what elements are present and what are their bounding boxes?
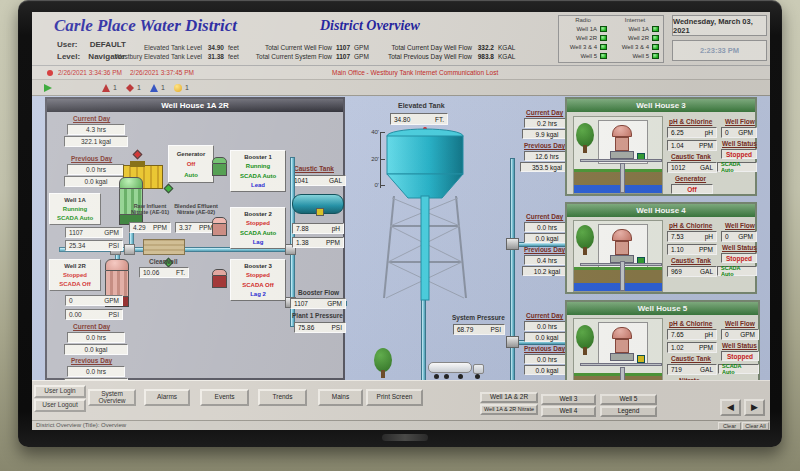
print-screen-button[interactable]: Print Screen <box>366 389 423 406</box>
well-1a-2r-nitrate-button[interactable]: Well 1A & 2R Nitrate <box>480 404 538 415</box>
previous-day-hours: 0.0 hrs <box>67 164 125 175</box>
wh5-previous-day-hours: 0.0 hrs <box>524 354 570 364</box>
prev-page-arrow-button[interactable]: ◀ <box>720 399 741 416</box>
radio-well-label: Well 1A <box>576 26 597 32</box>
day-total-value: 332.2 <box>472 44 494 51</box>
elevated-tank-label: Elevated Tank <box>398 102 445 109</box>
flow-unit: GPM <box>354 44 369 51</box>
well-2r-status: Stopped <box>50 272 100 278</box>
event-icon[interactable] <box>150 84 158 92</box>
clear-all-button[interactable]: Clear All <box>742 422 769 430</box>
well-4-button[interactable]: Well 4 <box>541 406 596 417</box>
water-tower-graphic <box>380 126 470 306</box>
warning-icon[interactable] <box>174 84 182 92</box>
mains-button[interactable]: Mains <box>318 389 363 406</box>
wh5-caustic-unit: GAL <box>700 366 713 373</box>
wh4-ph-chlorine-label: pH & Chlorine <box>669 222 712 229</box>
alarm-active-icon[interactable] <box>126 84 134 92</box>
wh4-well-status: Stopped <box>721 253 757 263</box>
trends-button[interactable]: Trends <box>258 389 307 406</box>
booster3-status-box[interactable]: Booster 3 Stopped SCADA Off Lag 2 <box>230 259 286 301</box>
alarm-banner[interactable]: 2/26/2021 3:34:36 PM 2/26/2021 3:37:45 P… <box>32 66 770 80</box>
booster1-status-box[interactable]: Booster 1 Running SCADA Auto Lead <box>230 150 286 192</box>
radio-well-label: Well 2R <box>576 35 597 41</box>
wh4-caustic-gal: 969 <box>671 268 682 275</box>
warning-count: 1 <box>185 84 189 91</box>
internet-status-led <box>652 53 659 59</box>
well-2r-gpm-unit: GPM <box>104 297 119 304</box>
well-1a-2r-button[interactable]: Well 1A & 2R <box>480 392 538 403</box>
well-1a-status-box[interactable]: Well 1A Running SCADA Auto <box>49 193 101 225</box>
well-1a-pump-graphic <box>119 177 143 225</box>
wellhouse-3-title: Well House 3 <box>567 99 755 112</box>
radio-status-led <box>600 26 607 32</box>
tank-level-label: Elevated Tank Level <box>94 44 202 51</box>
booster1-mode: SCADA Auto <box>231 173 285 179</box>
wh3-well-flow-label: Well Flow <box>725 118 755 125</box>
plant1-pressure-value: 75.86 PSI <box>294 322 346 333</box>
events-button[interactable]: Events <box>200 389 249 406</box>
flow-label: Total Current Well Flow <box>244 44 332 51</box>
wh4-current-day-kgal: 0.0 kgal <box>524 233 570 243</box>
alarm-dot-icon <box>47 70 53 76</box>
system-overview-button[interactable]: System Overview <box>88 389 136 406</box>
well-3-button[interactable]: Well 3 <box>541 394 596 405</box>
booster2-status-box[interactable]: Booster 2 Stopped SCADA Auto Lag <box>230 207 286 249</box>
wh3-caustic-unit: GAL <box>700 164 713 171</box>
alarm-unacked-icon[interactable] <box>102 84 110 92</box>
wh5-caustic-label: Caustic Tank <box>671 355 711 362</box>
wellhouse-4-panel[interactable]: Well House 4 pH & Chlorine 7.53 pH 1.10 <box>565 202 757 294</box>
elevated-tank-level: 34.80 FT. <box>390 113 448 125</box>
next-page-arrow-button[interactable]: ▶ <box>744 399 765 416</box>
well-1a-name: Well 1A <box>50 197 100 203</box>
tank-level-label: Westbury Elevated Tank Level <box>94 53 202 60</box>
wh3-generator-status: Off <box>671 184 713 194</box>
radio-well-label: Well 5 <box>580 53 597 59</box>
user-login-button[interactable]: User Login <box>34 385 86 398</box>
internet-status-led <box>652 35 659 41</box>
well-1a-flow: 1107 GPM <box>65 227 123 238</box>
alarms-button[interactable]: Alarms <box>144 389 190 406</box>
user-logout-button[interactable]: User Logout <box>34 399 86 412</box>
tank-level-unit: feet <box>228 53 239 60</box>
well-2r-status-box[interactable]: Well 2R Stopped SCADA Off <box>49 259 101 291</box>
booster2-pump-graphic <box>212 217 227 236</box>
event-count: 1 <box>161 84 165 91</box>
current-day-label: Current Day <box>73 115 110 122</box>
chlorine-unit: PPM <box>326 239 340 246</box>
booster3-role: Lag 2 <box>231 291 285 297</box>
scale-mark: 40' <box>369 129 379 135</box>
caustic-gal: 1041 <box>294 177 308 184</box>
page-title: District Overview <box>320 18 420 34</box>
ph-number: 7.88 <box>296 225 309 232</box>
raw-nitrate-ppm: 4.29 <box>133 224 146 231</box>
wh4-cl: 1.10 <box>671 246 684 253</box>
legend-button[interactable]: Legend <box>600 406 657 417</box>
status-bar: District Overview (Title): Overview Clea… <box>32 420 770 430</box>
pipe-fitting <box>506 336 519 348</box>
clear-button[interactable]: Clear <box>718 422 741 430</box>
internet-status-column: Internet Well 1A Well 2R Well 3 & 4 Well… <box>611 16 663 62</box>
tank-level-value: 34.90 <box>202 44 224 51</box>
wellhouse-3-panel[interactable]: Well House 3 pH & Chlorine 6.25 pH 1.04 <box>565 97 757 196</box>
valve-icon <box>164 184 174 194</box>
alarm-count: 1 <box>137 84 141 91</box>
booster3-name: Booster 3 <box>231 263 285 269</box>
current-day-hours: 4.3 hrs <box>67 124 125 135</box>
raw-nitrate-unit: PPM <box>153 224 167 231</box>
wellhouse-4-graphic <box>573 220 663 292</box>
raw-influent-line2: Nitrate (AE-01) <box>131 209 169 215</box>
wh4-gpm: 0 <box>725 233 729 240</box>
tank-level-value: 31.38 <box>202 53 224 60</box>
clearwell-label: Clearwell <box>149 258 178 265</box>
tv-brand-logo <box>382 434 428 441</box>
well-5-button[interactable]: Well 5 <box>600 394 657 405</box>
generator-status-box[interactable]: Generator Off Auto <box>168 145 214 183</box>
wh3-well-status: Stopped <box>721 149 757 159</box>
run-icon[interactable] <box>44 84 52 92</box>
booster3-status: Stopped <box>231 272 285 278</box>
wellhouse-1a2r-panel[interactable]: Well House 1A 2R Current Day 4.3 hrs 322… <box>45 97 345 380</box>
wh4-well-flow-label: Well Flow <box>725 222 755 229</box>
wh3-well-flow-value: 0 GPM <box>721 127 757 138</box>
well-2r-name: Well 2R <box>50 263 100 269</box>
